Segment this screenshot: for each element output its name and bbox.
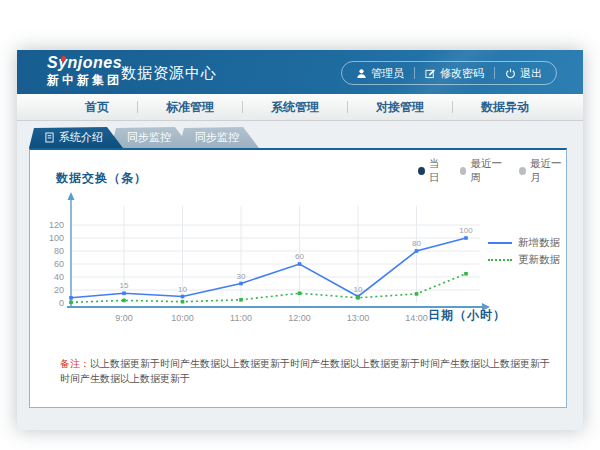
logout-button[interactable]: 退出 (495, 66, 552, 81)
svg-text:0: 0 (59, 298, 64, 308)
radio-today[interactable]: 当日 (418, 157, 447, 185)
legend-line-sample (488, 242, 512, 244)
edit-icon (425, 68, 436, 79)
main-nav: 首页 标准管理 系统管理 对接管理 数据异动 (17, 94, 583, 121)
radio-label: 当日 (429, 157, 447, 185)
radio-dot (418, 167, 425, 175)
footnote-text: 以上数据更新于时间产生数据以上数据更新于时间产生数据以上数据更新于时间产生数据以… (60, 358, 550, 384)
user-icon (356, 68, 367, 79)
svg-text:10: 10 (178, 285, 187, 294)
chart-panel: 当日 最近一周 最近一月 数据交换（条） 0204060801001209:00… (29, 148, 567, 408)
svg-text:100: 100 (49, 233, 64, 243)
power-icon (505, 68, 516, 79)
svg-text:10: 10 (354, 285, 363, 294)
tab-system-intro[interactable]: 系统介绍 (29, 127, 123, 148)
user-menu: 管理员 修改密码 退出 (341, 61, 557, 85)
svg-text:40: 40 (54, 272, 64, 282)
brand-logo: Synjones 新中新集团 (47, 55, 122, 86)
svg-text:13:00: 13:00 (347, 313, 370, 323)
svg-text:15: 15 (120, 281, 129, 290)
tab-label: 同步监控 (127, 127, 171, 148)
tab-label: 系统介绍 (59, 127, 103, 148)
radio-last-month[interactable]: 最近一月 (519, 157, 566, 185)
logout-label: 退出 (520, 66, 542, 81)
user-button[interactable]: 管理员 (346, 66, 414, 81)
svg-text:12:00: 12:00 (288, 313, 311, 323)
svg-text:120: 120 (49, 220, 64, 230)
legend-label: 新增数据 (518, 236, 560, 250)
nav-item-system-mgmt[interactable]: 系统管理 (243, 99, 347, 116)
radio-dot (519, 167, 526, 175)
svg-text:9:00: 9:00 (115, 313, 133, 323)
range-filter: 当日 最近一周 最近一月 (418, 157, 566, 185)
svg-text:20: 20 (54, 285, 64, 295)
x-axis-title: 日期（小时） (428, 307, 506, 324)
legend-line-sample (488, 259, 512, 261)
document-icon (45, 132, 54, 143)
legend-item-new-data: 新增数据 (488, 234, 560, 251)
footnote: 备注：以上数据更新于时间产生数据以上数据更新于时间产生数据以上数据更新于时间产生… (60, 356, 550, 386)
nav-item-standard-mgmt[interactable]: 标准管理 (138, 99, 242, 116)
svg-text:11:00: 11:00 (230, 313, 252, 323)
svg-text:80: 80 (412, 239, 421, 248)
brand-logo-text: Synjones (47, 55, 122, 72)
change-password-button[interactable]: 修改密码 (415, 66, 494, 81)
svg-text:60: 60 (295, 252, 304, 261)
tab-label: 同步监控 (195, 127, 239, 148)
svg-text:100: 100 (459, 226, 473, 235)
nav-item-home[interactable]: 首页 (57, 99, 137, 116)
brand-accent-dot (61, 56, 66, 61)
svg-text:60: 60 (54, 259, 64, 269)
tab-sync-monitor-1[interactable]: 同步监控 (111, 127, 191, 148)
app-window: Synjones 新中新集团 数据资源中心 管理员 修改密码 (17, 50, 583, 430)
tab-sync-monitor-2[interactable]: 同步监控 (179, 127, 259, 148)
change-password-label: 修改密码 (440, 66, 484, 81)
radio-last-week[interactable]: 最近一周 (460, 157, 507, 185)
footnote-label: 备注： (60, 358, 90, 369)
page-title: 数据资源中心 (121, 64, 217, 83)
nav-item-interface-mgmt[interactable]: 对接管理 (348, 99, 452, 116)
chart-legend: 新增数据 更新数据 (488, 234, 560, 268)
tab-bar: 系统介绍 同步监控 同步监控 (29, 127, 247, 148)
radio-dot (460, 167, 467, 175)
svg-text:80: 80 (54, 246, 64, 256)
user-name: 管理员 (371, 66, 404, 81)
svg-text:10:00: 10:00 (171, 313, 194, 323)
svg-text:14:00: 14:00 (405, 313, 428, 323)
legend-item-update-data: 更新数据 (488, 251, 560, 268)
brand-logo-subtext: 新中新集团 (47, 74, 122, 87)
radio-label: 最近一周 (470, 157, 506, 185)
y-axis-title: 数据交换（条） (56, 170, 147, 187)
app-header: Synjones 新中新集团 数据资源中心 管理员 修改密码 (17, 50, 583, 94)
nav-item-data-change[interactable]: 数据异动 (453, 99, 557, 116)
svg-text:30: 30 (237, 272, 246, 281)
legend-label: 更新数据 (518, 253, 560, 267)
radio-label: 最近一月 (530, 157, 566, 185)
